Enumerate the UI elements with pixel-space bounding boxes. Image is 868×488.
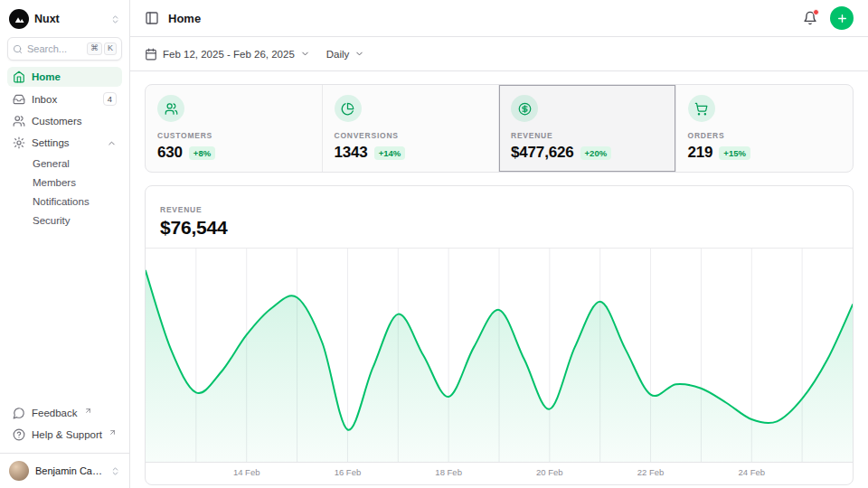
nuxt-logo-icon bbox=[9, 9, 29, 29]
stat-label: CONVERSIONS bbox=[335, 131, 487, 140]
chart-header: REVENUE $76,544 bbox=[146, 186, 853, 249]
dollar-circle-icon bbox=[511, 95, 538, 122]
gear-icon bbox=[13, 136, 25, 149]
stat-delta-badge: +8% bbox=[189, 146, 215, 160]
stats-grid: CUSTOMERS 630 +8% CONVERSIONS 1343 +14% bbox=[145, 84, 854, 173]
revenue-area-chart bbox=[146, 249, 853, 463]
message-circle-icon bbox=[13, 407, 25, 419]
sidebar-item-feedback[interactable]: Feedback bbox=[7, 403, 122, 423]
sidebar-item-customers[interactable]: Customers bbox=[7, 111, 122, 131]
sidebar-spacer bbox=[7, 235, 122, 397]
sidebar-item-settings[interactable]: Settings bbox=[7, 133, 122, 153]
sidebar-item-members[interactable]: Members bbox=[7, 174, 122, 191]
kbd-cmd: ⌘ bbox=[87, 42, 102, 55]
search-placeholder: Search... bbox=[27, 43, 82, 54]
stat-delta-badge: +20% bbox=[580, 146, 612, 160]
stat-value: $477,626 bbox=[511, 144, 574, 162]
sidebar-item-help-support[interactable]: Help & Support bbox=[7, 425, 122, 445]
stat-label: CUSTOMERS bbox=[157, 131, 310, 140]
stat-card-conversions[interactable]: CONVERSIONS 1343 +14% bbox=[323, 85, 500, 172]
chevron-down-icon bbox=[354, 49, 364, 59]
sidebar-item-label: Notifications bbox=[33, 196, 90, 207]
stat-delta-badge: +14% bbox=[374, 146, 406, 160]
search-kbd-shortcut: ⌘ K bbox=[87, 42, 117, 55]
stat-delta-badge: +15% bbox=[719, 146, 750, 160]
page-title: Home bbox=[168, 12, 201, 25]
stat-label: REVENUE bbox=[511, 131, 664, 140]
x-axis-label: 18 Feb bbox=[435, 467, 462, 477]
app-root: Nuxt Search... ⌘ K Home bbox=[0, 0, 868, 488]
sidebar-item-label: Customers bbox=[32, 116, 82, 127]
notification-dot bbox=[813, 9, 819, 15]
sidebar-item-inbox[interactable]: Inbox 4 bbox=[7, 89, 122, 109]
sidebar: Nuxt Search... ⌘ K Home bbox=[0, 0, 130, 488]
sidebar-nav: Home Inbox 4 Customers Settings bbox=[7, 67, 122, 229]
add-button[interactable] bbox=[830, 6, 854, 30]
chart-current-value: $76,544 bbox=[160, 217, 838, 239]
sidebar-item-general[interactable]: General bbox=[7, 155, 122, 172]
calendar-icon bbox=[145, 48, 157, 61]
chart-plot-area[interactable] bbox=[146, 249, 853, 463]
chart-title: REVENUE bbox=[160, 205, 838, 214]
notifications-button[interactable] bbox=[803, 11, 817, 25]
chevron-down-icon bbox=[300, 49, 310, 59]
shopping-cart-icon bbox=[688, 95, 715, 122]
user-name: Benjamin Canac bbox=[35, 465, 104, 476]
sidebar-item-label: Inbox bbox=[32, 94, 57, 105]
granularity-label: Daily bbox=[326, 49, 350, 60]
sidebar-item-label: Help & Support bbox=[32, 429, 102, 440]
users-icon bbox=[157, 95, 184, 122]
x-axis-label: 14 Feb bbox=[233, 467, 260, 477]
sidebar-item-label: Members bbox=[33, 177, 76, 188]
search-icon bbox=[13, 44, 23, 54]
stat-value: 1343 bbox=[335, 144, 368, 162]
stat-card-customers[interactable]: CUSTOMERS 630 +8% bbox=[146, 85, 323, 172]
x-axis-label: 22 Feb bbox=[637, 467, 665, 477]
granularity-select[interactable]: Daily bbox=[326, 49, 365, 60]
stat-card-revenue[interactable]: REVENUE $477,626 +20% bbox=[499, 85, 676, 172]
header-actions bbox=[803, 6, 854, 30]
sidebar-footer-nav: Feedback Help & Support bbox=[7, 403, 122, 445]
stat-label: ORDERS bbox=[688, 131, 842, 140]
user-menu[interactable]: Benjamin Canac bbox=[0, 453, 129, 488]
inbox-count-badge: 4 bbox=[103, 92, 117, 106]
external-link-icon bbox=[108, 428, 117, 436]
kbd-k: K bbox=[104, 42, 117, 55]
sidebar-item-label: Feedback bbox=[32, 408, 78, 418]
top-header: Home bbox=[130, 0, 868, 37]
stat-value: 630 bbox=[157, 144, 183, 162]
team-switcher[interactable]: Nuxt bbox=[7, 7, 122, 31]
stat-card-orders[interactable]: ORDERS 219 +15% bbox=[676, 85, 854, 172]
sidebar-item-label: General bbox=[33, 158, 70, 169]
sidebar-item-label: Home bbox=[32, 71, 61, 82]
x-axis: 14 Feb16 Feb18 Feb20 Feb22 Feb24 Feb bbox=[146, 463, 853, 484]
users-icon bbox=[13, 115, 25, 127]
dashboard-content: CUSTOMERS 630 +8% CONVERSIONS 1343 +14% bbox=[130, 71, 868, 488]
user-avatar bbox=[9, 461, 29, 481]
filters-toolbar: Feb 12, 2025 - Feb 26, 2025 Daily bbox=[130, 37, 868, 71]
external-link-icon bbox=[84, 407, 92, 415]
plus-icon bbox=[836, 13, 848, 24]
x-axis-label: 24 Feb bbox=[738, 467, 765, 477]
home-icon bbox=[13, 70, 25, 83]
team-name: Nuxt bbox=[34, 13, 105, 25]
x-axis-label: 20 Feb bbox=[536, 467, 563, 477]
chevrons-up-down-icon bbox=[110, 466, 120, 476]
inbox-icon bbox=[13, 93, 25, 106]
main-panel: Home Feb 12, 2025 - Feb 26, 2025 bbox=[130, 0, 868, 488]
revenue-chart-card: REVENUE $76,544 14 Feb16 Feb18 Feb20 Feb… bbox=[145, 185, 854, 485]
date-range-label: Feb 12, 2025 - Feb 26, 2025 bbox=[163, 49, 295, 60]
date-range-picker[interactable]: Feb 12, 2025 - Feb 26, 2025 bbox=[145, 48, 310, 61]
sidebar-item-security[interactable]: Security bbox=[7, 211, 122, 229]
stat-value: 219 bbox=[688, 144, 713, 162]
chevrons-up-down-icon bbox=[110, 14, 120, 24]
sidebar-collapse-icon[interactable] bbox=[145, 11, 159, 25]
sidebar-item-label: Security bbox=[33, 215, 71, 226]
sidebar-item-notifications[interactable]: Notifications bbox=[7, 192, 122, 210]
chevron-up-icon bbox=[107, 138, 117, 148]
sidebar-item-home[interactable]: Home bbox=[7, 67, 122, 87]
chart-pie-icon bbox=[335, 95, 362, 122]
search-input[interactable]: Search... ⌘ K bbox=[7, 37, 122, 61]
help-circle-icon bbox=[13, 428, 25, 441]
sidebar-item-label: Settings bbox=[32, 137, 70, 148]
